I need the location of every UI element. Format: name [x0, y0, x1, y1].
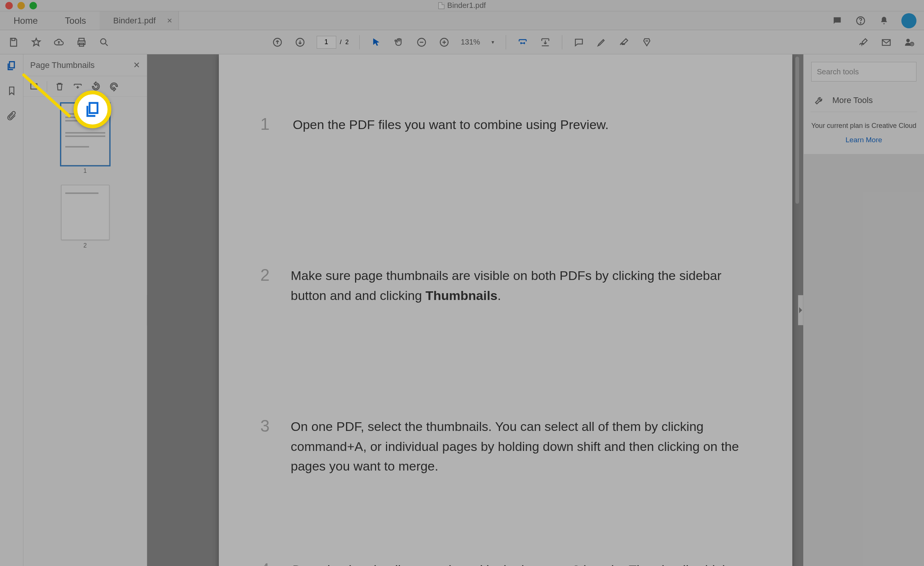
rotate-cw-icon[interactable] — [108, 81, 120, 92]
save-icon[interactable] — [8, 36, 20, 48]
zoom-out-icon[interactable] — [415, 36, 427, 48]
search-placeholder: Search tools — [817, 68, 859, 76]
more-tools-item[interactable]: More Tools — [804, 89, 924, 112]
tab-tools[interactable]: Tools — [51, 11, 100, 30]
tab-home[interactable]: Home — [0, 11, 51, 30]
star-icon[interactable] — [30, 36, 42, 48]
step-text: Make sure page thumbnails are visible on… — [291, 266, 743, 305]
share-person-icon[interactable] — [903, 36, 915, 48]
page-number-box: / 2 — [317, 36, 349, 49]
hand-pan-icon[interactable] — [393, 36, 405, 48]
separator — [506, 35, 506, 49]
minimize-window-button[interactable] — [17, 2, 25, 9]
close-tab-icon[interactable]: ✕ — [167, 17, 172, 25]
tab-document[interactable]: Binder1.pdf ✕ — [100, 11, 179, 30]
step-number: 4 — [260, 560, 271, 566]
rotate-ccw-icon[interactable] — [90, 81, 101, 92]
page-input[interactable] — [317, 36, 336, 49]
thumbnail-label: 1 — [83, 168, 87, 174]
attachments-icon[interactable] — [6, 109, 18, 122]
fit-width-icon[interactable] — [517, 36, 529, 48]
plan-text: Your current plan is Creative Cloud — [804, 112, 924, 133]
svg-rect-13 — [9, 62, 14, 68]
close-window-button[interactable] — [5, 2, 13, 9]
left-mini-strip — [0, 54, 23, 566]
separator — [47, 81, 47, 92]
fit-page-icon[interactable] — [539, 36, 551, 48]
bookmarks-icon[interactable] — [6, 85, 18, 97]
workspace: Page Thumbnails ✕ — [0, 54, 924, 566]
search-tools-input[interactable]: Search tools — [811, 62, 916, 82]
more-tools-label: More Tools — [832, 95, 873, 105]
learn-more-link[interactable]: Learn More — [804, 133, 924, 154]
step-text: On one PDF, select the thumbnails. You c… — [291, 417, 743, 476]
tab-bar: Home Tools Binder1.pdf ✕ — [0, 11, 924, 30]
main-toolbar: / 2 131% ▼ — [0, 30, 924, 54]
pdf-page: 1 Open the PDF files you want to combine… — [219, 54, 792, 566]
document-icon — [438, 2, 444, 9]
select-cursor-icon[interactable] — [370, 36, 382, 48]
step-text: Open the PDF files you want to combine u… — [293, 115, 609, 135]
page-sep: / — [340, 39, 341, 46]
right-tools-panel: Search tools More Tools Your current pla… — [803, 54, 924, 154]
bell-icon[interactable] — [878, 15, 890, 27]
mac-titlebar: Binder1.pdf — [0, 0, 924, 11]
page-down-icon[interactable] — [294, 36, 306, 48]
search-glass-icon[interactable] — [98, 36, 110, 48]
step-number: 2 — [260, 266, 269, 305]
expand-right-handle[interactable] — [798, 295, 803, 325]
callout-highlight-circle — [74, 91, 111, 128]
thumbnails-panel: Page Thumbnails ✕ — [23, 54, 147, 566]
wrench-icon — [813, 94, 826, 106]
print-icon[interactable] — [75, 36, 88, 48]
svg-rect-15 — [89, 103, 97, 113]
help-icon[interactable] — [855, 15, 867, 27]
thumbnail-label: 2 — [83, 242, 87, 249]
insert-page-icon[interactable] — [72, 81, 83, 92]
zoom-value: 131% — [461, 38, 480, 46]
close-panel-icon[interactable]: ✕ — [133, 60, 140, 70]
stamp-icon[interactable] — [641, 36, 653, 48]
page-thumbnails-icon — [84, 101, 101, 118]
chat-icon[interactable] — [831, 15, 843, 27]
separator — [359, 35, 360, 49]
window-title: Binder1.pdf — [447, 1, 486, 10]
thumbnails-panel-title: Page Thumbnails — [30, 60, 95, 70]
page-thumbnails-icon[interactable] — [6, 60, 18, 72]
separator — [562, 35, 562, 49]
sign-edit-icon[interactable] — [858, 36, 870, 48]
svg-point-11 — [906, 38, 910, 42]
zoom-dropdown-icon[interactable]: ▼ — [490, 40, 495, 45]
page-total: 2 — [345, 39, 349, 46]
cloud-upload-icon[interactable] — [53, 36, 65, 48]
avatar[interactable] — [901, 13, 916, 28]
maximize-window-button[interactable] — [29, 2, 37, 9]
step-text: Drag the thumbnails you selected in the … — [292, 560, 743, 566]
thumbnail-page-2[interactable]: 2 — [61, 185, 109, 249]
highlight-icon[interactable] — [595, 36, 607, 48]
step-number: 3 — [260, 417, 269, 476]
window-controls — [5, 2, 37, 9]
zoom-in-icon[interactable] — [438, 36, 450, 48]
step-number: 1 — [260, 115, 272, 135]
page-up-icon[interactable] — [271, 36, 283, 48]
svg-point-5 — [101, 38, 106, 44]
document-view[interactable]: 1 Open the PDF files you want to combine… — [147, 54, 803, 566]
delete-page-icon[interactable] — [54, 81, 65, 92]
comment-icon[interactable] — [573, 36, 585, 48]
mail-icon[interactable] — [880, 36, 892, 48]
signature-icon[interactable] — [618, 36, 630, 48]
svg-point-1 — [860, 22, 861, 23]
